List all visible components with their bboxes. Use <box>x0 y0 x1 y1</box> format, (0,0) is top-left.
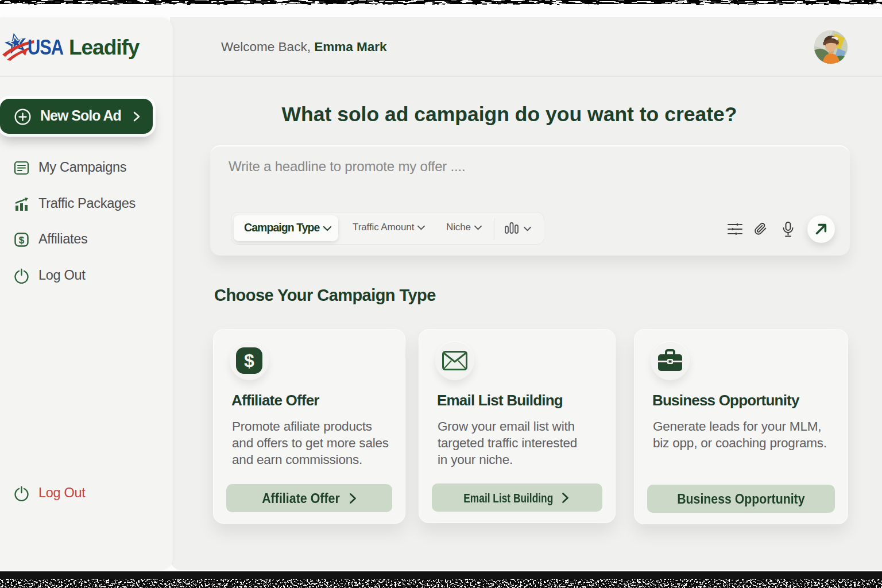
svg-text:$: $ <box>244 350 254 371</box>
svg-text:$: $ <box>19 235 25 246</box>
